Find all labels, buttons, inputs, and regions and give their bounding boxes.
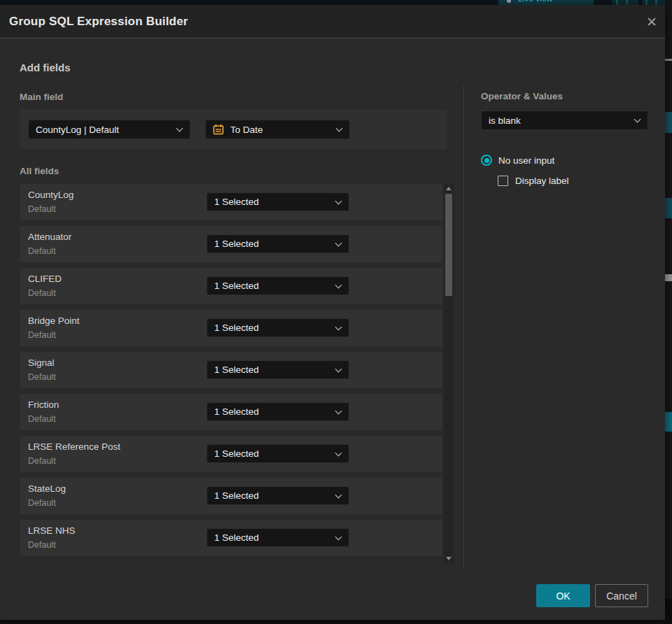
- field-name: LRSE NHS: [28, 525, 76, 536]
- field-row: Signal Default 1 Selected: [20, 352, 442, 388]
- field-type: Default: [28, 246, 56, 256]
- field-type: Default: [28, 456, 56, 466]
- background-app-bottom-strip: [0, 620, 665, 624]
- cancel-button[interactable]: Cancel: [595, 584, 648, 607]
- field-row: Bridge Point Default 1 Selected: [20, 310, 442, 346]
- operator-values-heading: Operator & Values: [481, 91, 563, 101]
- display-label-checkbox[interactable]: Display label: [498, 176, 569, 186]
- field-selection-value: 1 Selected: [214, 406, 259, 417]
- scroll-down-icon[interactable]: [446, 557, 451, 560]
- chevron-down-icon: [335, 281, 342, 288]
- field-selection-dropdown[interactable]: 1 Selected: [206, 276, 349, 295]
- date-field-select[interactable]: To Date: [205, 120, 350, 139]
- background-app-right-strip: [665, 0, 672, 624]
- no-user-input-radio[interactable]: No user input: [481, 155, 554, 166]
- chevron-down-icon: [335, 365, 342, 372]
- field-name: CountyLog: [28, 190, 74, 200]
- scroll-up-icon[interactable]: [446, 187, 451, 190]
- display-label-label: Display label: [515, 176, 569, 186]
- field-selection-dropdown[interactable]: 1 Selected: [206, 528, 349, 547]
- main-field-select[interactable]: CountyLog | Default: [28, 120, 190, 139]
- field-row: LRSE Reference Post Default 1 Selected: [20, 436, 442, 472]
- background-app-top-strip: Live view: [0, 0, 672, 5]
- operator-select-value: is blank: [489, 115, 521, 126]
- chevron-down-icon: [335, 533, 342, 540]
- field-name: StateLog: [28, 483, 66, 494]
- field-row: Attenuator Default 1 Selected: [20, 226, 442, 262]
- calendar-icon: [213, 124, 224, 135]
- field-name: LRSE Reference Post: [28, 441, 120, 452]
- field-selection-dropdown[interactable]: 1 Selected: [206, 444, 349, 463]
- date-field-select-value: To Date: [230, 125, 263, 135]
- chevron-down-icon: [336, 125, 343, 132]
- background-artifact: [665, 112, 672, 133]
- field-selection-dropdown[interactable]: 1 Selected: [206, 318, 349, 337]
- live-view-toggle: Live view: [498, 0, 594, 5]
- checkbox-unchecked-icon: [498, 176, 508, 186]
- no-user-input-label: No user input: [498, 155, 554, 166]
- field-type: Default: [28, 414, 56, 424]
- field-type: Default: [28, 540, 56, 550]
- live-view-label: Live view: [518, 0, 552, 3]
- field-selection-value: 1 Selected: [214, 281, 259, 291]
- main-field-select-value: CountyLog | Default: [36, 125, 119, 135]
- field-name: Bridge Point: [28, 315, 80, 326]
- add-fields-heading: Add fields: [20, 62, 71, 73]
- field-row: StateLog Default 1 Selected: [20, 478, 442, 514]
- field-selection-value: 1 Selected: [214, 364, 259, 375]
- background-artifact: [665, 599, 672, 624]
- dialog-title: Group SQL Expression Builder: [9, 5, 188, 38]
- field-name: CLIFED: [28, 274, 62, 284]
- field-row: CountyLog Default 1 Selected: [20, 184, 442, 220]
- background-artifact: [665, 412, 672, 432]
- field-selection-dropdown[interactable]: 1 Selected: [206, 402, 349, 421]
- chevron-down-icon: [176, 125, 183, 132]
- all-fields-list: CountyLog Default 1 Selected Attenuator …: [20, 184, 442, 562]
- field-selection-value: 1 Selected: [214, 490, 259, 501]
- operator-select[interactable]: is blank: [481, 111, 648, 130]
- dialog-header: Group SQL Expression Builder ✕: [0, 5, 665, 38]
- chevron-down-icon: [335, 407, 342, 414]
- chevron-down-icon: [335, 491, 342, 498]
- panel-divider: [463, 85, 464, 568]
- background-artifact: [665, 198, 672, 218]
- all-fields-label: All fields: [20, 166, 59, 176]
- group-sql-expression-builder-dialog: Group SQL Expression Builder ✕ Add field…: [0, 5, 665, 620]
- scrollbar-thumb[interactable]: [445, 194, 452, 296]
- field-selection-value: 1 Selected: [214, 197, 259, 207]
- field-name: Friction: [28, 399, 59, 410]
- field-type: Default: [28, 498, 56, 508]
- field-selection-dropdown[interactable]: 1 Selected: [206, 234, 349, 253]
- chevron-down-icon: [634, 116, 641, 123]
- field-type: Default: [28, 330, 56, 340]
- chevron-down-icon: [335, 197, 342, 204]
- radio-selected-icon: [481, 155, 492, 166]
- field-type: Default: [28, 372, 56, 382]
- field-selection-value: 1 Selected: [214, 322, 259, 333]
- chevron-down-icon: [335, 323, 342, 330]
- list-scrollbar[interactable]: [444, 184, 454, 563]
- field-name: Signal: [28, 357, 55, 368]
- chevron-down-icon: [335, 239, 342, 246]
- field-selection-dropdown[interactable]: 1 Selected: [206, 192, 349, 211]
- main-field-label: Main field: [20, 92, 63, 102]
- chevron-down-icon: [335, 449, 342, 456]
- background-artifact: [643, 0, 665, 5]
- background-artifact: [612, 0, 638, 5]
- ok-button[interactable]: OK: [536, 584, 590, 607]
- field-row: LRSE NHS Default 1 Selected: [20, 520, 442, 556]
- field-row: CLIFED Default 1 Selected: [20, 268, 442, 304]
- close-icon[interactable]: ✕: [641, 12, 662, 33]
- live-view-dot-icon: [507, 0, 511, 3]
- background-artifact: [665, 274, 672, 281]
- field-name: Attenuator: [28, 232, 71, 242]
- field-row: Friction Default 1 Selected: [20, 394, 442, 430]
- field-selection-dropdown[interactable]: 1 Selected: [206, 486, 349, 505]
- field-selection-dropdown[interactable]: 1 Selected: [206, 360, 349, 379]
- field-type: Default: [28, 204, 56, 214]
- background-artifact: [665, 59, 672, 61]
- field-selection-value: 1 Selected: [214, 448, 259, 459]
- field-selection-value: 1 Selected: [214, 532, 259, 543]
- field-type: Default: [28, 288, 56, 298]
- field-selection-value: 1 Selected: [214, 239, 259, 249]
